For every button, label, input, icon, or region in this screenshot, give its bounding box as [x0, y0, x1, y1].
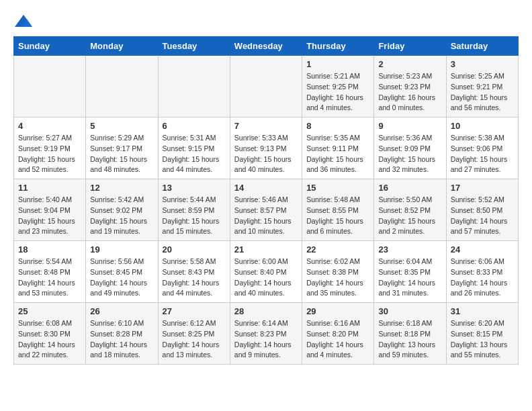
day-info: Sunrise: 5:40 AMSunset: 9:04 PMDaylight:… — [18, 195, 81, 237]
calendar-cell — [14, 56, 86, 118]
calendar-cell: 27Sunrise: 6:12 AMSunset: 8:25 PMDayligh… — [158, 303, 230, 365]
day-number: 17 — [451, 183, 514, 193]
calendar-cell: 22Sunrise: 6:02 AMSunset: 8:38 PMDayligh… — [302, 241, 374, 303]
day-info: Sunrise: 6:08 AMSunset: 8:30 PMDaylight:… — [18, 318, 81, 361]
calendar-cell: 13Sunrise: 5:44 AMSunset: 8:59 PMDayligh… — [158, 179, 230, 241]
calendar-cell: 30Sunrise: 6:18 AMSunset: 8:18 PMDayligh… — [374, 303, 446, 365]
day-number: 10 — [451, 121, 514, 131]
day-number: 26 — [90, 306, 153, 316]
day-number: 22 — [306, 244, 369, 255]
day-info: Sunrise: 6:12 AMSunset: 8:25 PMDaylight:… — [163, 318, 226, 361]
calendar-cell: 1Sunrise: 5:21 AMSunset: 9:25 PMDaylight… — [302, 56, 374, 118]
day-number: 27 — [163, 306, 226, 316]
calendar-cell: 24Sunrise: 6:06 AMSunset: 8:33 PMDayligh… — [446, 241, 518, 303]
day-number: 29 — [306, 306, 369, 316]
day-number: 3 — [451, 59, 514, 69]
day-info: Sunrise: 5:25 AMSunset: 9:21 PMDaylight:… — [451, 71, 514, 113]
calendar-cell: 12Sunrise: 5:42 AMSunset: 9:02 PMDayligh… — [86, 179, 158, 241]
day-info: Sunrise: 6:06 AMSunset: 8:33 PMDaylight:… — [451, 257, 514, 299]
day-info: Sunrise: 5:23 AMSunset: 9:23 PMDaylight:… — [378, 71, 441, 113]
day-info: Sunrise: 5:33 AMSunset: 9:13 PMDaylight:… — [234, 133, 298, 175]
week-row-5: 25Sunrise: 6:08 AMSunset: 8:30 PMDayligh… — [14, 303, 519, 365]
day-number: 30 — [378, 306, 441, 316]
calendar-cell: 14Sunrise: 5:46 AMSunset: 8:57 PMDayligh… — [230, 179, 302, 241]
day-number: 20 — [163, 244, 226, 255]
day-info: Sunrise: 5:52 AMSunset: 8:50 PMDaylight:… — [451, 195, 514, 237]
day-info: Sunrise: 5:58 AMSunset: 8:43 PMDaylight:… — [163, 257, 226, 299]
calendar-cell: 8Sunrise: 5:35 AMSunset: 9:11 PMDaylight… — [302, 118, 374, 179]
day-number: 23 — [378, 244, 441, 255]
header-day-tuesday: Tuesday — [158, 37, 230, 56]
logo — [13, 13, 36, 30]
day-number: 16 — [378, 183, 441, 193]
day-info: Sunrise: 5:31 AMSunset: 9:15 PMDaylight:… — [163, 133, 226, 175]
day-number: 9 — [378, 121, 441, 131]
day-info: Sunrise: 6:14 AMSunset: 8:23 PMDaylight:… — [234, 318, 298, 361]
calendar-cell — [230, 56, 302, 118]
calendar-cell: 2Sunrise: 5:23 AMSunset: 9:23 PMDaylight… — [374, 56, 446, 118]
calendar-cell: 15Sunrise: 5:48 AMSunset: 8:55 PMDayligh… — [302, 179, 374, 241]
day-info: Sunrise: 5:35 AMSunset: 9:11 PMDaylight:… — [306, 133, 369, 175]
calendar-cell: 3Sunrise: 5:25 AMSunset: 9:21 PMDaylight… — [446, 56, 518, 118]
day-info: Sunrise: 5:21 AMSunset: 9:25 PMDaylight:… — [306, 71, 369, 113]
day-number: 1 — [306, 59, 369, 69]
day-number: 21 — [234, 244, 298, 255]
day-number: 13 — [163, 183, 226, 193]
calendar-cell: 20Sunrise: 5:58 AMSunset: 8:43 PMDayligh… — [158, 241, 230, 303]
calendar-cell: 11Sunrise: 5:40 AMSunset: 9:04 PMDayligh… — [14, 179, 86, 241]
week-row-4: 18Sunrise: 5:54 AMSunset: 8:48 PMDayligh… — [14, 241, 519, 303]
day-info: Sunrise: 5:48 AMSunset: 8:55 PMDaylight:… — [306, 195, 369, 237]
header-day-sunday: Sunday — [14, 37, 86, 56]
week-row-1: 1Sunrise: 5:21 AMSunset: 9:25 PMDaylight… — [14, 56, 519, 118]
day-number: 6 — [163, 121, 226, 131]
header-day-thursday: Thursday — [302, 37, 374, 56]
day-number: 19 — [90, 244, 153, 255]
header-row: SundayMondayTuesdayWednesdayThursdayFrid… — [14, 37, 519, 56]
day-info: Sunrise: 6:00 AMSunset: 8:40 PMDaylight:… — [234, 257, 298, 299]
calendar-cell: 10Sunrise: 5:38 AMSunset: 9:06 PMDayligh… — [446, 118, 518, 179]
day-number: 2 — [378, 59, 441, 69]
day-number: 14 — [234, 183, 298, 193]
calendar-cell: 21Sunrise: 6:00 AMSunset: 8:40 PMDayligh… — [230, 241, 302, 303]
calendar-cell: 19Sunrise: 5:56 AMSunset: 8:45 PMDayligh… — [86, 241, 158, 303]
calendar-cell: 5Sunrise: 5:29 AMSunset: 9:17 PMDaylight… — [86, 118, 158, 179]
day-info: Sunrise: 6:04 AMSunset: 8:35 PMDaylight:… — [378, 257, 441, 299]
calendar-cell: 17Sunrise: 5:52 AMSunset: 8:50 PMDayligh… — [446, 179, 518, 241]
header-day-wednesday: Wednesday — [230, 37, 302, 56]
logo-icon — [13, 13, 34, 30]
day-info: Sunrise: 5:54 AMSunset: 8:48 PMDaylight:… — [18, 257, 81, 299]
day-info: Sunrise: 6:18 AMSunset: 8:18 PMDaylight:… — [378, 318, 441, 361]
calendar-cell: 9Sunrise: 5:36 AMSunset: 9:09 PMDaylight… — [374, 118, 446, 179]
day-number: 18 — [18, 244, 81, 255]
header-day-monday: Monday — [86, 37, 158, 56]
calendar-cell — [158, 56, 230, 118]
week-row-3: 11Sunrise: 5:40 AMSunset: 9:04 PMDayligh… — [14, 179, 519, 241]
calendar-cell: 6Sunrise: 5:31 AMSunset: 9:15 PMDaylight… — [158, 118, 230, 179]
day-info: Sunrise: 5:27 AMSunset: 9:19 PMDaylight:… — [18, 133, 81, 175]
day-number: 31 — [451, 306, 514, 316]
calendar-cell: 7Sunrise: 5:33 AMSunset: 9:13 PMDaylight… — [230, 118, 302, 179]
calendar-cell: 31Sunrise: 6:20 AMSunset: 8:15 PMDayligh… — [446, 303, 518, 365]
day-info: Sunrise: 5:29 AMSunset: 9:17 PMDaylight:… — [90, 133, 153, 175]
day-info: Sunrise: 5:56 AMSunset: 8:45 PMDaylight:… — [90, 257, 153, 299]
day-info: Sunrise: 5:44 AMSunset: 8:59 PMDaylight:… — [163, 195, 226, 237]
calendar-table: SundayMondayTuesdayWednesdayThursdayFrid… — [13, 36, 519, 365]
week-row-2: 4Sunrise: 5:27 AMSunset: 9:19 PMDaylight… — [14, 118, 519, 179]
day-info: Sunrise: 6:20 AMSunset: 8:15 PMDaylight:… — [451, 318, 514, 361]
header-day-friday: Friday — [374, 37, 446, 56]
header-day-saturday: Saturday — [446, 37, 518, 56]
day-info: Sunrise: 6:02 AMSunset: 8:38 PMDaylight:… — [306, 257, 369, 299]
calendar-cell: 18Sunrise: 5:54 AMSunset: 8:48 PMDayligh… — [14, 241, 86, 303]
day-info: Sunrise: 5:36 AMSunset: 9:09 PMDaylight:… — [378, 133, 441, 175]
day-info: Sunrise: 6:10 AMSunset: 8:28 PMDaylight:… — [90, 318, 153, 361]
day-number: 24 — [451, 244, 514, 255]
calendar-cell — [86, 56, 158, 118]
day-number: 15 — [306, 183, 369, 193]
calendar-cell: 23Sunrise: 6:04 AMSunset: 8:35 PMDayligh… — [374, 241, 446, 303]
calendar-cell: 28Sunrise: 6:14 AMSunset: 8:23 PMDayligh… — [230, 303, 302, 365]
calendar-cell: 4Sunrise: 5:27 AMSunset: 9:19 PMDaylight… — [14, 118, 86, 179]
day-number: 28 — [234, 306, 298, 316]
day-number: 12 — [90, 183, 153, 193]
day-number: 25 — [18, 306, 81, 316]
day-number: 5 — [90, 121, 153, 131]
